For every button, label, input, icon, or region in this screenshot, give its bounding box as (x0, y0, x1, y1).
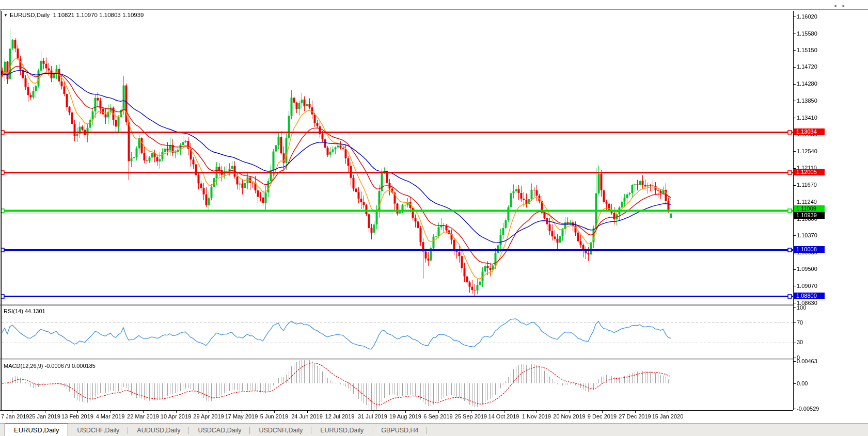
date-axis-label: 20 Nov 2019 (552, 413, 587, 419)
symbol-tab[interactable]: GBPUSD,H4 (372, 425, 427, 436)
rsi-indicator-label: RSI(14) 44.1301 (4, 308, 45, 314)
rsi-axis-tick-label: 100 (797, 304, 806, 311)
hline-price-label[interactable]: 1.13034 (794, 128, 825, 135)
price-axis-tick-label: 1.10370 (797, 232, 817, 238)
rsi-axis-tick-label: 30 (797, 339, 803, 345)
tab-scroll-arrows: ◄► (833, 4, 850, 8)
price-axis-tick-label: 1.09070 (797, 283, 817, 289)
symbol-tab-bar: EURUSD,DailyUSDCHF,DailyAUDUSD,DailyUSDC… (0, 423, 868, 436)
date-axis-label: 25 Jan 2019 (27, 413, 62, 419)
price-axis-tick-label: 1.15150 (797, 47, 817, 53)
macd-axis-tick-label: 0.00 (797, 380, 808, 386)
chart-title: ▼EURUSD,Daily 1.10821 1.10970 1.10803 1.… (4, 12, 144, 18)
symbol-tab[interactable]: USDCAD,Daily (189, 425, 250, 436)
hline-price-label[interactable]: 1.11009 (794, 205, 825, 212)
chart-ohlc-quote: 1.10821 1.10970 1.10803 1.10939 (53, 12, 144, 18)
chart-canvas[interactable] (0, 0, 868, 436)
date-axis-label: 25 Sep 2019 (453, 413, 488, 419)
date-axis-label: 1 Nov 2019 (519, 413, 554, 419)
price-axis-tick-label: 1.16020 (797, 13, 817, 20)
price-axis-tick-label: 1.13410 (797, 115, 817, 121)
terminal-window: T ▼ M1M5M15M30H1H4D1W1MN ▼EURUSD,Daily 1… (0, 0, 868, 436)
macd-indicator-label: MACD(12,26,9) -0.000679 0.000185 (4, 363, 96, 369)
date-axis-label: 19 Aug 2019 (388, 413, 423, 419)
hline-price-label[interactable]: 1.12005 (794, 169, 825, 175)
hline-price-label[interactable]: 1.08800 (794, 293, 825, 299)
current-price-label: 1.10939 (794, 212, 825, 219)
price-axis-tick-label: 1.14720 (797, 63, 817, 70)
tabs-scroll-left-icon[interactable]: ◄ (833, 4, 842, 8)
date-axis-label: 12 Jul 2019 (322, 413, 357, 419)
date-axis-label: 13 Feb 2019 (60, 413, 95, 419)
price-axis-tick-label: 1.14280 (797, 80, 817, 87)
symbol-tab[interactable]: USDCHF,Daily (68, 425, 128, 436)
date-axis-label: 31 Jul 2019 (355, 413, 390, 419)
price-axis-tick-label: 1.12540 (797, 148, 817, 154)
symbol-tab[interactable]: EURUSD,Daily (5, 424, 68, 436)
collapse-triangle-icon[interactable]: ▼ (4, 13, 8, 18)
date-axis-label: 4 Mar 2019 (93, 413, 128, 419)
tabs-scroll-right-icon[interactable]: ► (842, 4, 850, 8)
price-axis-tick-label: 1.09500 (797, 266, 817, 272)
price-axis-tick-label: 1.15580 (797, 30, 817, 37)
price-axis-tick-label: 1.13850 (797, 98, 817, 104)
date-axis-label: 5 Jun 2019 (257, 413, 292, 419)
date-axis-label: 14 Oct 2019 (486, 413, 522, 419)
price-axis-tick-label: 1.11670 (797, 182, 817, 188)
hline-price-label[interactable]: 1.10008 (794, 246, 825, 253)
price-axis-tick-label: 1.11240 (797, 199, 817, 205)
date-axis-label: 9 Dec 2019 (585, 413, 620, 419)
date-axis-label: 6 Sep 2019 (421, 413, 456, 419)
date-axis-label: 27 Dec 2019 (618, 413, 653, 419)
symbol-tab[interactable]: USDCNH,Daily (250, 425, 311, 436)
date-axis-label: 15 Jan 2020 (650, 413, 685, 419)
date-axis-label: 17 May 2019 (224, 413, 259, 419)
macd-axis-tick-label: 0.00463 (797, 358, 817, 364)
symbol-tab[interactable]: AUDUSD,Daily (128, 425, 189, 436)
date-axis-label: 22 Mar 2019 (125, 413, 161, 419)
rsi-axis-tick-label: 70 (797, 319, 803, 326)
date-axis-label: 24 Jun 2019 (290, 413, 325, 419)
date-axis-label: 29 Apr 2019 (191, 413, 226, 419)
symbol-tab[interactable]: EURUSD,Daily (311, 425, 372, 436)
date-axis-label: 10 Apr 2019 (159, 413, 194, 419)
macd-axis-tick-label: -0.00529 (797, 406, 819, 412)
chart-symbol-period: EURUSD,Daily (10, 12, 50, 18)
